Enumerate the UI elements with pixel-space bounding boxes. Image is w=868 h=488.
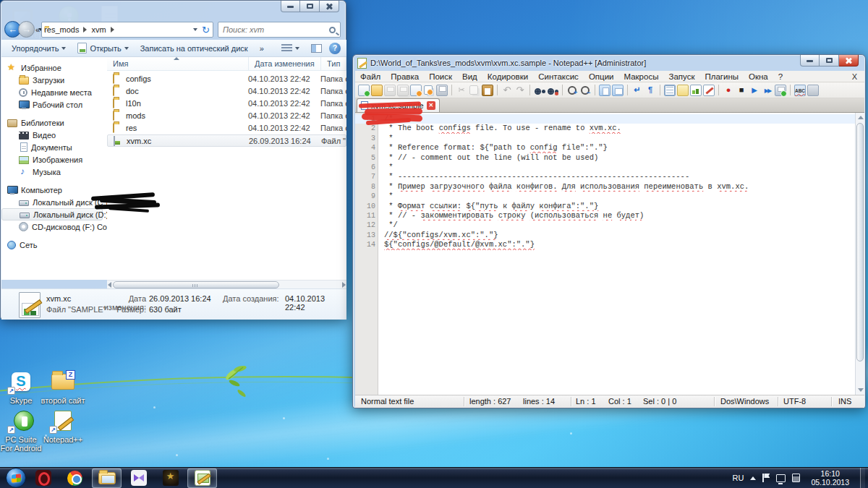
menu-item-опции[interactable]: Опции	[584, 72, 619, 81]
sidebar-item-cd-дисковод-f-conne[interactable]: CD-дисковод (F:) Conne	[1, 221, 107, 233]
scroll-right-icon[interactable]	[342, 282, 346, 288]
editor-line[interactable]: 8 * Пример загрузочного файла конфигов. …	[355, 182, 855, 192]
show-hidden-icons-icon[interactable]	[750, 476, 756, 480]
editor-line[interactable]: 7 * ------------------------------------…	[355, 172, 855, 181]
editor-line[interactable]: 5 * // - comment out the line (will not …	[355, 153, 855, 163]
editor-line[interactable]: 11 * // - закомментировать строку (испол…	[355, 211, 855, 221]
desktop-icon-pcsuite[interactable]: ↗PC Suite For Android H...	[0, 408, 42, 453]
removable-device-icon[interactable]	[792, 474, 800, 482]
maximize-button[interactable]	[820, 55, 839, 67]
show-desktop-button[interactable]	[860, 468, 865, 488]
editor-line[interactable]: 3 *	[355, 134, 855, 143]
search-icon[interactable]	[329, 27, 336, 33]
menu-item-правка[interactable]: Правка	[386, 72, 424, 81]
refresh-icon[interactable]: ↻	[202, 25, 210, 35]
menu-item-?[interactable]: ?	[773, 72, 788, 81]
save-icon[interactable]	[384, 85, 396, 96]
close-button[interactable]	[839, 55, 859, 67]
help-button[interactable]: ?	[329, 43, 341, 54]
function-list-icon[interactable]	[690, 85, 702, 96]
explorer-window[interactable]: ← → « res_mods xvm ↻ Поиск: xvm	[0, 0, 346, 320]
organize-button[interactable]: Упорядочить	[7, 43, 70, 54]
sidebar-item-изображения[interactable]: Изображения	[1, 153, 107, 166]
minimize-button[interactable]	[800, 55, 820, 67]
editor-line[interactable]: 14${"configs/@Default/@xvm.xc":"."}	[355, 240, 855, 249]
menu-item-файл[interactable]: Файл	[355, 72, 386, 81]
search-box[interactable]: Поиск: xvm	[218, 22, 341, 38]
editor-line[interactable]: 1/*	[355, 114, 855, 124]
sidebar-item-локальный-диск-d-[interactable]: Локальный диск (D:)	[1, 208, 103, 221]
minimize-button[interactable]	[281, 1, 300, 12]
file-row-l10n[interactable]: l10n04.10.2013 22:42Папка с ф	[107, 97, 346, 109]
macro-record-icon[interactable]	[723, 85, 734, 96]
toolbar-overflow-button[interactable]: »	[255, 43, 268, 54]
sidebar-item-рабочий-стол[interactable]: Рабочий стол	[1, 98, 107, 111]
sync-h-icon[interactable]	[612, 85, 624, 96]
horizontal-scrollbar[interactable]	[107, 280, 346, 288]
burn-button[interactable]: Записать на оптический диск	[136, 43, 252, 54]
editor-line[interactable]: 4 * Reference format: ${"path to config …	[355, 143, 855, 153]
copy-icon[interactable]	[469, 85, 478, 95]
editor-line[interactable]: 6 *	[355, 163, 855, 172]
network-icon[interactable]	[776, 474, 786, 482]
action-center-flag-icon[interactable]	[762, 474, 770, 482]
close-button[interactable]	[320, 1, 339, 12]
taskbar-button-kmplayer[interactable]	[124, 468, 153, 488]
desktop-icon-folderz[interactable]: Zвторой сайт	[42, 369, 84, 405]
editor-line[interactable]: 2 * The boot configs file. To use - rena…	[355, 124, 855, 133]
file-row-res[interactable]: res04.10.2013 22:42Папка с ф	[107, 122, 346, 134]
doc-switcher-icon[interactable]	[807, 85, 819, 96]
sidebar-item-загрузки[interactable]: Загрузки	[1, 74, 107, 86]
file-row-xvm.xc[interactable]: xvm.xc26.09.2013 16:24Файл "SA	[107, 134, 346, 147]
taskbar-button-opera[interactable]	[28, 468, 58, 488]
file-row-configs[interactable]: configs04.10.2013 22:42Папка с ф	[107, 72, 346, 85]
menu-item-макросы[interactable]: Макросы	[618, 72, 663, 81]
column-header-type[interactable]: Тип	[321, 57, 346, 70]
editor-line[interactable]: 9 *	[355, 192, 855, 201]
desktop-icon-skype[interactable]: S↗Skype	[0, 369, 42, 405]
menubar-close-document-button[interactable]: X	[845, 72, 864, 81]
macro-stop-icon[interactable]	[736, 85, 747, 96]
menu-item-поиск[interactable]: Поиск	[424, 72, 457, 81]
zoom-in-icon[interactable]	[566, 85, 578, 96]
forward-button[interactable]: →	[18, 21, 35, 38]
sidebar-item-недавние-места[interactable]: Недавние места	[1, 86, 107, 98]
notepadpp-titlebar[interactable]: D:\World_of_Tanks\res_mods\xvm\xvm.xc.sa…	[353, 55, 865, 71]
breadcrumb-chevron[interactable]: «	[35, 25, 40, 34]
sidebar-item-видео[interactable]: Видео	[1, 129, 107, 141]
save-all-icon[interactable]	[397, 85, 409, 96]
sync-v-icon[interactable]	[599, 85, 610, 96]
menu-item-запуск[interactable]: Запуск	[663, 72, 699, 81]
sidebar-item-избранное[interactable]: Избранное	[1, 61, 107, 74]
breadcrumb-segment[interactable]: xvm	[91, 25, 106, 34]
find-icon[interactable]	[534, 85, 545, 96]
taskbar-button-notepadpp[interactable]	[187, 468, 217, 488]
folder-as-workspace-icon[interactable]	[703, 85, 715, 96]
sidebar-item-документы[interactable]: Документы	[1, 141, 107, 153]
maximize-button[interactable]	[300, 1, 320, 12]
open-icon[interactable]	[371, 85, 383, 96]
editor[interactable]: 1/*2 * The boot configs file. To use - r…	[355, 113, 864, 395]
replace-icon[interactable]	[547, 85, 558, 96]
macro-run-multiple-icon[interactable]	[762, 85, 773, 96]
language-indicator[interactable]: RU	[733, 474, 744, 482]
print-icon[interactable]	[436, 85, 448, 96]
close-icon[interactable]	[410, 85, 422, 96]
breadcrumb-segment[interactable]: res_mods	[44, 25, 79, 34]
desktop-icon-npp[interactable]: ↗Notepad++	[42, 408, 84, 453]
taskbar-button-chrome[interactable]	[60, 468, 90, 488]
menu-item-плагины[interactable]: Плагины	[699, 72, 744, 81]
sidebar-item-музыка[interactable]: Музыка	[1, 166, 107, 178]
editor-line[interactable]: 12 */	[355, 221, 855, 230]
close-all-icon[interactable]	[424, 85, 433, 95]
address-dropdown-icon[interactable]	[193, 28, 197, 31]
macro-save-icon[interactable]	[775, 85, 786, 96]
macro-play-icon[interactable]	[749, 85, 760, 96]
editor-line[interactable]: 10 * Формат ссылки: ${"путь к файлу конф…	[355, 202, 855, 211]
taskbar-clock[interactable]: 16:10 05.10.2013	[807, 469, 854, 487]
vertical-scrollbar[interactable]	[855, 113, 864, 395]
scrollbar-thumb[interactable]	[113, 281, 279, 288]
scroll-left-icon[interactable]	[108, 282, 111, 288]
undo-icon[interactable]	[501, 85, 513, 96]
menu-item-синтаксис[interactable]: Синтаксис	[533, 72, 584, 81]
